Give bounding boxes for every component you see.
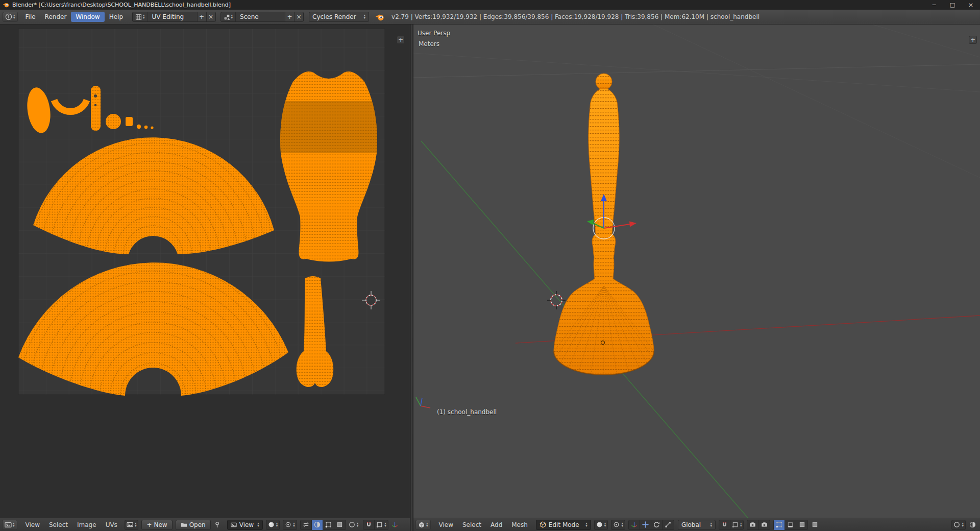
pivot-icon: [285, 521, 291, 528]
viewport-render-button[interactable]: [967, 520, 978, 530]
uv-menu-view[interactable]: View: [21, 520, 44, 529]
pivot-icon: [613, 521, 620, 528]
v3d-menu-view[interactable]: View: [435, 520, 457, 529]
editor-type-button-uv[interactable]: ▴▾: [2, 520, 17, 530]
minimize-button[interactable]: −: [925, 0, 943, 10]
face-select-mode[interactable]: [796, 520, 807, 530]
display-channels-dropdown[interactable]: ▴▾: [266, 520, 280, 530]
uv-editor-header: ▴▾ View Select Image UVs ▴▾ + New Open: [0, 518, 410, 531]
title-bar: Blender* [C:\Users\franc\Desktop\SCHOOL_…: [0, 0, 980, 10]
scene-browse[interactable]: ▴▾: [221, 12, 236, 21]
image-editor-icon: [5, 521, 12, 528]
editor-type-button-3d[interactable]: ▴▾: [415, 520, 431, 530]
delete-layout-button[interactable]: ×: [206, 12, 215, 21]
render-engine-dropdown[interactable]: Cycles Render ▴▾: [309, 12, 369, 22]
proportional-circle-icon: [349, 521, 355, 528]
region-expand-handle[interactable]: +: [969, 36, 977, 44]
rotate-manipulator-toggle[interactable]: [651, 520, 663, 530]
uv-image-editor: + ▴▾ View Select Image UVs ▴▾ + New: [0, 25, 410, 531]
camera-icon: [749, 521, 756, 528]
uv-island-chip[interactable]: [126, 117, 133, 126]
uv-island-dot[interactable]: [137, 125, 141, 129]
mode-dropdown[interactable]: Edit Mode ▴▾: [536, 520, 591, 530]
scale-manipulator-toggle[interactable]: [663, 520, 674, 530]
editor-divider[interactable]: [410, 25, 413, 531]
image-datablock-group: ▴▾: [125, 520, 139, 530]
menu-render[interactable]: Render: [40, 12, 71, 22]
uv-menu-image[interactable]: Image: [73, 520, 101, 529]
orientation-dropdown[interactable]: Global ▴▾: [678, 520, 716, 530]
dropdown-arrows-icon: ▴▾: [585, 522, 587, 527]
edit-mode-cube-icon: [540, 521, 546, 528]
snap-toggle[interactable]: [719, 520, 730, 530]
sticky-select-dropdown[interactable]: [312, 520, 323, 530]
vertex-select-toggle[interactable]: [323, 520, 334, 530]
v3d-menu-select[interactable]: Select: [458, 520, 485, 529]
new-image-button[interactable]: + New: [141, 520, 172, 530]
dropdown-arrows-icon: ▴▾: [426, 522, 428, 527]
uv-sync-toggle[interactable]: [301, 520, 312, 530]
view3d-editor-icon: [418, 521, 425, 528]
folder-icon: [181, 521, 187, 528]
uv-menu-uvs[interactable]: UVs: [102, 520, 121, 529]
dropdown-arrows-icon: ▴▾: [143, 14, 145, 19]
render-preview-icon: [969, 521, 976, 528]
edge-icon: [787, 521, 794, 528]
manipulator-group: [628, 520, 674, 530]
pin-button[interactable]: [212, 520, 223, 530]
region-expand-handle[interactable]: +: [397, 36, 405, 44]
magnet-icon: [721, 521, 728, 528]
manipulator-toggle[interactable]: [629, 520, 640, 530]
vertex-select-mode[interactable]: [774, 520, 785, 530]
scene-field: ▴▾ Scene + ×: [220, 12, 304, 22]
uv-pixel-snap-button[interactable]: [389, 520, 401, 530]
pivot-dropdown[interactable]: ▴▾: [283, 520, 297, 530]
uv-island-dot[interactable]: [144, 126, 148, 129]
uv-menu-select[interactable]: Select: [45, 520, 72, 529]
snap-group: ▴▾: [719, 520, 744, 530]
editor-type-button-info[interactable]: ▴▾: [3, 12, 18, 22]
sticky-icon: [314, 521, 321, 528]
screen-layout-browse[interactable]: ▴▾: [133, 12, 148, 21]
menu-window[interactable]: Window: [71, 12, 104, 22]
edge-select-mode[interactable]: [785, 520, 796, 530]
uv-island-dot[interactable]: [151, 126, 153, 129]
uv-canvas[interactable]: [0, 25, 410, 518]
snap-element-dropdown[interactable]: ▴▾: [730, 520, 744, 530]
axis-icon: [391, 521, 398, 528]
image-browse-button[interactable]: ▴▾: [125, 520, 138, 530]
dropdown-arrows-icon: ▴▾: [604, 522, 606, 527]
face-select-toggle[interactable]: [334, 520, 346, 530]
scene-name[interactable]: Scene: [236, 12, 285, 21]
viewport-shading-dropdown[interactable]: ▴▾: [594, 520, 608, 530]
proportional-edit-dropdown[interactable]: ▴▾: [951, 520, 966, 530]
snap-element-dropdown[interactable]: ▴▾: [375, 520, 388, 530]
menu-help[interactable]: Help: [105, 12, 128, 22]
render-animation-button[interactable]: [758, 520, 770, 530]
proportional-edit-dropdown[interactable]: ▴▾: [347, 520, 360, 530]
delete-scene-button[interactable]: ×: [294, 12, 303, 21]
v3d-menu-add[interactable]: Add: [486, 520, 506, 529]
open-image-button[interactable]: Open: [176, 520, 211, 530]
pivot-point-dropdown[interactable]: ▴▾: [611, 520, 625, 530]
maximize-button[interactable]: □: [943, 0, 962, 10]
translate-manipulator-toggle[interactable]: [640, 520, 651, 530]
sync-icon: [303, 521, 309, 528]
viewport-3d-canvas[interactable]: [413, 25, 980, 518]
add-layout-button[interactable]: +: [197, 12, 206, 21]
viewport-background[interactable]: [413, 25, 980, 518]
view-mode-dropdown[interactable]: View ▴▾: [227, 520, 263, 530]
info-icon: [5, 13, 12, 20]
v3d-menu-mesh[interactable]: Mesh: [507, 520, 532, 529]
scene-statistics: v2.79 | Verts:19,932/19,932 | Edges:39,8…: [391, 13, 760, 20]
add-scene-button[interactable]: +: [285, 12, 294, 21]
screen-layout-name[interactable]: UV Editing: [148, 12, 197, 21]
dropdown-arrows-icon: ▴▾: [135, 522, 137, 527]
menu-file[interactable]: File: [21, 12, 40, 22]
occlude-geometry-toggle[interactable]: [809, 520, 820, 530]
render-still-button[interactable]: [747, 520, 758, 530]
snap-toggle[interactable]: [363, 520, 375, 530]
close-button[interactable]: ×: [962, 0, 980, 10]
blender-window: Blender* [C:\Users\franc\Desktop\SCHOOL_…: [0, 0, 980, 531]
view-name-label: User Persp: [418, 30, 450, 37]
